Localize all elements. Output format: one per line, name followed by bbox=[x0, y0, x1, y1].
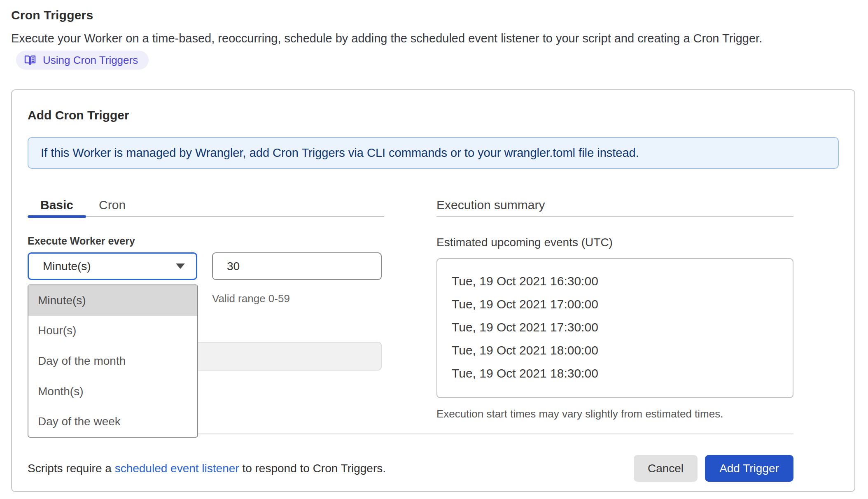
add-trigger-button[interactable]: Add Trigger bbox=[705, 455, 793, 482]
event-row: Tue, 19 Oct 2021 18:30:00 bbox=[452, 362, 793, 385]
menu-item-day-of-month[interactable]: Day of the month bbox=[28, 346, 197, 376]
event-row: Tue, 19 Oct 2021 16:30:00 bbox=[452, 270, 793, 293]
frequency-controls: Minute(s) Minute(s) Hour(s) Day of the m… bbox=[28, 252, 384, 280]
chevron-down-icon bbox=[176, 263, 185, 269]
add-cron-trigger-card: Add Cron Trigger If this Worker is manag… bbox=[11, 89, 855, 492]
estimated-events-box: Tue, 19 Oct 2021 16:30:00 Tue, 19 Oct 20… bbox=[436, 258, 793, 398]
event-row: Tue, 19 Oct 2021 17:00:00 bbox=[452, 293, 793, 316]
tab-cron-label: Cron bbox=[99, 198, 126, 212]
using-cron-triggers-link[interactable]: Using Cron Triggers bbox=[16, 51, 149, 70]
execution-summary-column: Execution summary Estimated upcoming eve… bbox=[436, 194, 793, 420]
book-icon bbox=[23, 54, 37, 67]
tab-basic-label: Basic bbox=[40, 198, 73, 212]
menu-item-day-of-week[interactable]: Day of the week bbox=[28, 406, 197, 437]
using-cron-triggers-link-label: Using Cron Triggers bbox=[43, 54, 138, 66]
cron-triggers-page: Cron Triggers Execute your Worker on a t… bbox=[0, 0, 868, 492]
execution-summary-title-label: Execution summary bbox=[436, 198, 545, 212]
card-footer: Scripts require a scheduled event listen… bbox=[28, 455, 793, 482]
menu-item-day-of-month-label: Day of the month bbox=[38, 354, 126, 368]
menu-item-minutes-label: Minute(s) bbox=[38, 294, 86, 307]
footer-text-after-link: to respond to Cron Triggers. bbox=[239, 462, 386, 475]
page-title: Cron Triggers bbox=[11, 8, 855, 22]
execution-note: Execution start times may vary slightly … bbox=[436, 408, 793, 420]
estimated-events-label: Estimated upcoming events (UTC) bbox=[436, 236, 793, 249]
event-row: Tue, 19 Oct 2021 18:00:00 bbox=[452, 339, 793, 362]
menu-item-hours-label: Hour(s) bbox=[38, 324, 76, 337]
footer-text: Scripts require a scheduled event listen… bbox=[28, 462, 386, 475]
unit-select-dropdown-menu: Minute(s) Hour(s) Day of the month Month… bbox=[28, 284, 198, 438]
valid-range-hint: Valid range 0-59 bbox=[212, 292, 384, 305]
card-title: Add Cron Trigger bbox=[28, 108, 839, 122]
tab-bar: Basic Cron bbox=[28, 194, 384, 217]
cancel-button[interactable]: Cancel bbox=[634, 455, 698, 482]
form-area: Basic Cron Execute Worker every Minute(s… bbox=[28, 194, 839, 420]
minute-value-input[interactable] bbox=[212, 252, 382, 280]
wrangler-info-banner: If this Worker is managed by Wrangler, a… bbox=[28, 137, 839, 169]
menu-item-day-of-week-label: Day of the week bbox=[38, 415, 121, 428]
wrangler-info-banner-text: If this Worker is managed by Wrangler, a… bbox=[41, 146, 639, 160]
tab-basic[interactable]: Basic bbox=[28, 194, 86, 216]
execute-worker-every-label: Execute Worker every bbox=[28, 235, 384, 247]
page-description: Execute your Worker on a time-based, reo… bbox=[11, 29, 826, 70]
menu-item-minutes[interactable]: Minute(s) bbox=[28, 285, 197, 316]
tab-cron[interactable]: Cron bbox=[86, 194, 138, 216]
scheduled-event-listener-link[interactable]: scheduled event listener bbox=[115, 462, 239, 475]
menu-item-months[interactable]: Month(s) bbox=[28, 376, 197, 407]
unit-select[interactable]: Minute(s) bbox=[28, 252, 197, 280]
menu-item-months-label: Month(s) bbox=[38, 385, 83, 398]
footer-buttons: Cancel Add Trigger bbox=[634, 455, 793, 482]
execution-summary-title: Execution summary bbox=[436, 194, 793, 217]
footer-text-before-link: Scripts require a bbox=[28, 462, 115, 475]
trigger-form-column: Basic Cron Execute Worker every Minute(s… bbox=[28, 194, 384, 420]
event-row: Tue, 19 Oct 2021 17:30:00 bbox=[452, 316, 793, 339]
page-description-text: Execute your Worker on a time-based, reo… bbox=[11, 32, 762, 45]
unit-select-value: Minute(s) bbox=[43, 260, 91, 273]
menu-item-hours[interactable]: Hour(s) bbox=[28, 316, 197, 346]
